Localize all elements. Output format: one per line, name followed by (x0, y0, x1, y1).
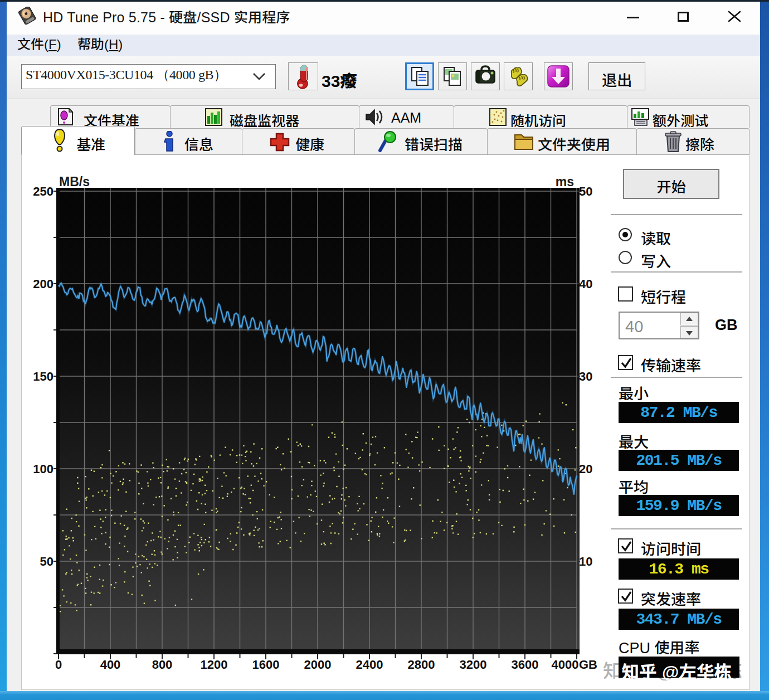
svg-text:ms: ms (556, 174, 574, 189)
svg-text:10: 10 (579, 555, 592, 568)
svg-text:GB: GB (579, 658, 597, 672)
svg-text:40: 40 (579, 277, 592, 291)
svg-text:2400: 2400 (356, 658, 383, 672)
svg-text:200: 200 (33, 277, 53, 291)
svg-text:100: 100 (33, 462, 53, 476)
svg-text:1200: 1200 (201, 658, 228, 672)
svg-text:2800: 2800 (408, 658, 435, 672)
svg-text:150: 150 (33, 370, 53, 383)
svg-text:800: 800 (152, 658, 173, 672)
svg-text:3600: 3600 (512, 658, 539, 672)
svg-text:3200: 3200 (460, 658, 487, 672)
svg-text:4000: 4000 (552, 658, 579, 672)
svg-text:MB/s: MB/s (59, 174, 90, 189)
svg-text:50: 50 (40, 555, 53, 568)
svg-text:0: 0 (55, 658, 62, 672)
svg-text:400: 400 (100, 658, 121, 672)
svg-text:30: 30 (579, 370, 592, 383)
svg-text:1600: 1600 (252, 658, 280, 672)
svg-text:2000: 2000 (304, 658, 332, 672)
svg-text:250: 250 (33, 184, 53, 198)
svg-text:20: 20 (579, 462, 592, 476)
svg-text:50: 50 (579, 184, 592, 198)
